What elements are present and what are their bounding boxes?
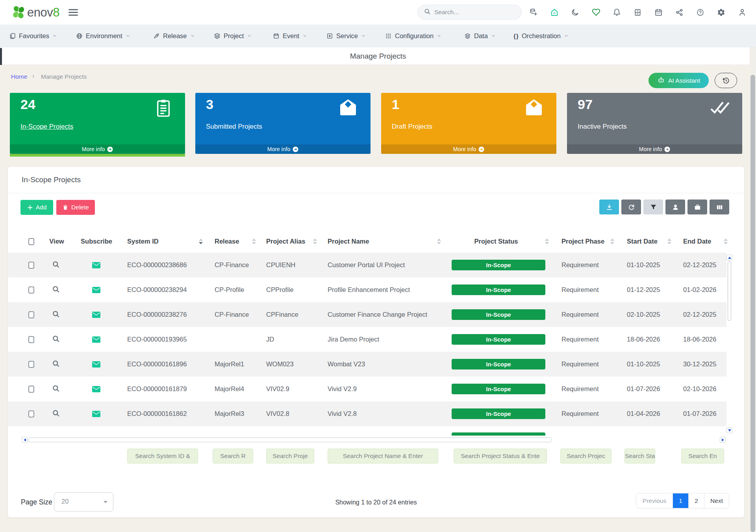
column-search-input[interactable] [127, 449, 198, 464]
view-icon[interactable] [52, 409, 60, 419]
table-scroll-down-button[interactable] [726, 427, 732, 433]
view-icon[interactable] [52, 310, 60, 320]
subscribe-envelope-icon[interactable] [92, 312, 100, 320]
sort-icon[interactable] [313, 238, 317, 245]
logo[interactable]: enov8 [11, 5, 59, 20]
column-header-project-phase[interactable]: Project Phase [561, 230, 604, 253]
more-info-link[interactable]: More info [195, 144, 371, 154]
table-scroll-up-button[interactable] [726, 255, 732, 260]
stat-card-submitted-projects[interactable]: 3Submitted ProjectsMore info [195, 93, 371, 154]
home-icon[interactable] [544, 0, 565, 24]
column-header-release[interactable]: Release [215, 230, 239, 253]
table-horizontal-scrollbar[interactable] [28, 438, 552, 442]
column-search-input[interactable] [560, 449, 611, 464]
column-header-start-date[interactable]: Start Date [627, 230, 658, 253]
column-header-project-status[interactable]: Project Status [437, 230, 555, 253]
user-button[interactable] [665, 200, 685, 214]
subscribe-envelope-icon[interactable] [92, 336, 100, 344]
more-info-link[interactable]: More info [381, 144, 556, 154]
nav-item-release[interactable]: Release [153, 24, 195, 47]
subscribe-envelope-icon[interactable] [92, 287, 100, 295]
table-scroll-left-button[interactable] [22, 437, 28, 443]
share-icon[interactable] [669, 0, 690, 24]
breadcrumb-home-link[interactable]: Home [11, 73, 27, 80]
subscribe-envelope-icon[interactable] [92, 386, 100, 394]
filter-button[interactable] [643, 200, 663, 214]
table-row[interactable]: ECO-000000238276CP-FinanceCPFinanceCusto… [8, 302, 726, 327]
pagination-page-1[interactable]: 1 [673, 493, 689, 508]
more-info-link[interactable]: More info [567, 144, 742, 154]
column-header-end-date[interactable]: End Date [683, 230, 712, 253]
table-row[interactable]: ECO-000000161862MajorRel3VIV02.8Vivid V2… [8, 401, 726, 426]
row-checkbox[interactable] [28, 410, 34, 417]
row-checkbox[interactable] [28, 286, 34, 294]
nav-item-project[interactable]: Project [214, 24, 251, 47]
notifications-bell-icon[interactable] [606, 0, 627, 24]
favourites-heart-icon[interactable] [586, 0, 606, 24]
table-row[interactable]: ECO-000000161879MajorRel4VIV02.9Vivid V2… [8, 377, 726, 401]
pagination-previous[interactable]: Previous [636, 493, 673, 508]
subscribe-envelope-icon[interactable] [92, 262, 100, 270]
stat-label[interactable]: In-Scope Projects [20, 123, 73, 131]
sort-icon[interactable] [199, 238, 203, 245]
sort-icon[interactable] [252, 238, 256, 245]
view-icon[interactable] [52, 360, 60, 369]
archive-cabinet-icon[interactable] [627, 0, 648, 24]
sort-icon[interactable] [437, 238, 441, 245]
table-row[interactable]: ECO-000000238294CP-ProfileCPProfileProfi… [8, 277, 726, 302]
table-scroll-right-button[interactable] [720, 437, 726, 443]
sort-icon[interactable] [610, 238, 614, 245]
view-icon[interactable] [52, 335, 60, 345]
pagination-page-2[interactable]: 2 [689, 493, 704, 508]
add-button[interactable]: Add [20, 200, 53, 215]
refresh-button[interactable] [621, 200, 641, 214]
table-row[interactable]: ECO-000000238686CP-FinanceCPUIENHCustome… [8, 253, 726, 277]
columns-button[interactable] [710, 200, 729, 214]
dark-mode-moon-icon[interactable] [565, 0, 586, 24]
page-scrollbar[interactable] [750, 47, 756, 532]
page-size-select[interactable]: 20 [54, 492, 113, 512]
row-checkbox[interactable] [28, 336, 34, 343]
more-info-link[interactable]: More info [10, 144, 185, 154]
sort-icon[interactable] [667, 238, 671, 245]
stat-card-inactive-projects[interactable]: 97Inactive ProjectsMore info [567, 93, 742, 154]
stat-card-draft-projects[interactable]: 1Draft ProjectsMore info [381, 93, 556, 154]
row-checkbox[interactable] [28, 262, 34, 269]
stat-card-in-scope-projects[interactable]: 24In-Scope ProjectsMore info [10, 93, 185, 154]
view-icon[interactable] [52, 384, 60, 394]
nav-item-environment[interactable]: Environment [76, 24, 130, 47]
pagination-next[interactable]: Next [704, 493, 729, 508]
history-button[interactable] [715, 73, 737, 88]
table-row[interactable]: ECO-000000193965JDJira Demo ProjectIn-Sc… [8, 327, 726, 352]
column-header-project-alias[interactable]: Project Alias [266, 230, 305, 253]
subscribe-envelope-icon[interactable] [92, 361, 100, 369]
row-checkbox[interactable] [28, 361, 34, 368]
delete-button[interactable]: Delete [56, 200, 95, 215]
nav-item-configuration[interactable]: Configuration [385, 24, 441, 47]
column-search-input[interactable] [454, 449, 547, 464]
user-coins-icon[interactable] [523, 0, 544, 24]
column-search-input[interactable] [624, 449, 655, 464]
table-row[interactable]: ECO-000000161896MajorRel1WOM023Wombat V2… [8, 352, 726, 377]
column-search-input[interactable] [266, 449, 314, 464]
nav-item-data[interactable]: Data [464, 24, 495, 47]
row-checkbox[interactable] [28, 311, 34, 318]
view-icon[interactable] [52, 285, 60, 295]
table-vertical-scrollbar[interactable] [728, 261, 731, 321]
ai-assistant-button[interactable]: AI Assistant [649, 73, 709, 88]
nav-item-event[interactable]: Event [273, 24, 307, 47]
row-checkbox[interactable] [28, 386, 34, 393]
help-icon[interactable] [690, 0, 711, 24]
sort-icon[interactable] [545, 238, 549, 245]
subscribe-envelope-icon[interactable] [92, 411, 100, 419]
sort-icon[interactable] [724, 238, 728, 245]
nav-item-favourites[interactable]: Favourites [9, 24, 57, 47]
column-search-input[interactable] [328, 449, 438, 464]
column-search-input[interactable] [213, 449, 253, 464]
menu-toggle-icon[interactable] [69, 9, 78, 16]
calendar-icon[interactable] [648, 0, 669, 24]
column-header-system-id[interactable]: System ID [127, 230, 159, 253]
export-download-button[interactable] [599, 200, 619, 214]
user-profile-icon[interactable] [732, 0, 752, 24]
settings-gear-icon[interactable] [711, 0, 732, 24]
